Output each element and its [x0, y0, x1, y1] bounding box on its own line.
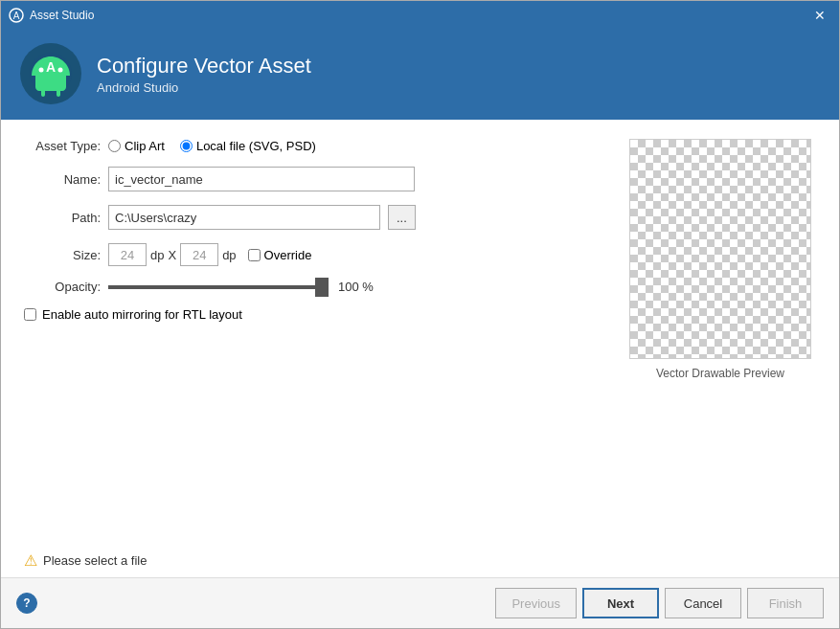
- svg-text:A: A: [13, 11, 20, 21]
- asset-type-radio-group: Clip Art Local file (SVG, PSD): [108, 139, 316, 153]
- local-file-option[interactable]: Local file (SVG, PSD): [180, 139, 316, 153]
- name-input[interactable]: [108, 167, 415, 191]
- window: A Asset Studio ✕ A Configure Vector Asse…: [0, 0, 840, 629]
- next-button[interactable]: Next: [582, 588, 659, 618]
- size-width-input[interactable]: [108, 243, 147, 266]
- svg-text:A: A: [46, 59, 56, 75]
- finish-button[interactable]: Finish: [747, 588, 824, 618]
- path-input[interactable]: [108, 205, 380, 230]
- opacity-label: Opacity:: [24, 280, 101, 294]
- window-title: Asset Studio: [30, 9, 94, 22]
- title-bar-left: A Asset Studio: [9, 8, 94, 23]
- preview-label: Vector Drawable Preview: [656, 367, 784, 380]
- size-row: Size: dp X dp Override: [24, 243, 605, 266]
- preview-box: [629, 139, 811, 359]
- asset-type-label: Asset Type:: [24, 139, 101, 153]
- size-height-input[interactable]: [180, 243, 218, 266]
- path-row: Path: ...: [24, 205, 605, 230]
- footer-buttons: Previous Next Cancel Finish: [495, 588, 824, 618]
- preview-section: Vector Drawable Preview: [624, 139, 816, 542]
- rtl-checkbox[interactable]: [24, 308, 36, 321]
- app-logo: A: [20, 43, 81, 104]
- size-x-label: X: [168, 248, 176, 262]
- name-row: Name:: [24, 167, 605, 191]
- clip-art-label: Clip Art: [125, 139, 165, 153]
- rtl-label: Enable auto mirroring for RTL layout: [42, 307, 242, 322]
- header: A Configure Vector Asset Android Studio: [1, 30, 839, 120]
- warning-area: ⚠ Please select a file: [24, 542, 816, 577]
- asset-type-row: Asset Type: Clip Art Local file (SVG, PS…: [24, 139, 605, 153]
- local-file-label: Local file (SVG, PSD): [196, 139, 316, 153]
- override-checkbox[interactable]: [248, 249, 261, 261]
- opacity-value: 100 %: [338, 280, 374, 294]
- size-dp1-label: dp: [150, 248, 164, 262]
- warning-icon: ⚠: [24, 551, 37, 570]
- content-area: Asset Type: Clip Art Local file (SVG, PS…: [1, 120, 839, 577]
- size-inputs: dp X dp Override: [108, 243, 311, 266]
- size-label: Size:: [24, 248, 101, 262]
- clip-art-option[interactable]: Clip Art: [108, 139, 165, 153]
- name-label: Name:: [24, 172, 101, 187]
- cancel-button[interactable]: Cancel: [665, 588, 741, 618]
- rtl-row: Enable auto mirroring for RTL layout: [24, 307, 605, 322]
- path-label: Path:: [24, 211, 101, 225]
- clip-art-radio[interactable]: [108, 140, 121, 152]
- override-label: Override: [264, 248, 312, 262]
- android-studio-icon: A: [28, 51, 74, 97]
- browse-button[interactable]: ...: [388, 205, 416, 230]
- footer: ? Previous Next Cancel Finish: [1, 577, 839, 628]
- window-icon: A: [9, 8, 24, 23]
- local-file-radio[interactable]: [180, 140, 193, 152]
- title-bar: A Asset Studio ✕: [1, 1, 839, 30]
- svg-point-3: [39, 68, 44, 73]
- header-text: Configure Vector Asset Android Studio: [97, 54, 311, 95]
- svg-point-4: [58, 68, 63, 73]
- opacity-slider[interactable]: [108, 285, 329, 289]
- help-button[interactable]: ?: [16, 593, 37, 614]
- warning-text: Please select a file: [43, 553, 147, 568]
- size-dp2-label: dp: [222, 248, 236, 262]
- form-section: Asset Type: Clip Art Local file (SVG, PS…: [24, 139, 605, 542]
- close-button[interactable]: ✕: [808, 7, 831, 24]
- previous-button[interactable]: Previous: [495, 588, 577, 618]
- opacity-controls: 100 %: [108, 280, 374, 294]
- footer-left: ?: [16, 593, 37, 614]
- opacity-row: Opacity: 100 %: [24, 280, 605, 294]
- header-subtitle: Android Studio: [97, 80, 311, 95]
- override-option[interactable]: Override: [248, 248, 312, 262]
- main-area: Asset Type: Clip Art Local file (SVG, PS…: [24, 139, 816, 542]
- header-title: Configure Vector Asset: [97, 54, 311, 79]
